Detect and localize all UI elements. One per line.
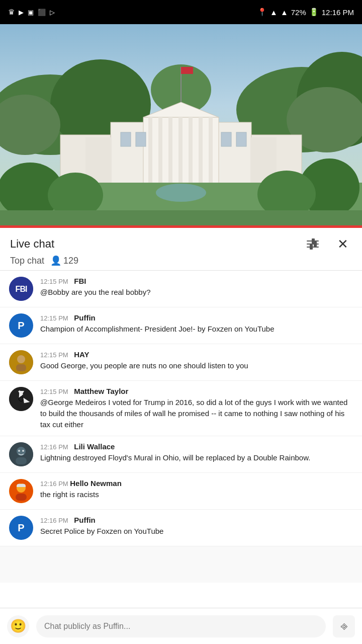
chat-username-lili: Lili Wallace <box>74 442 115 451</box>
sim-icon: ▣ <box>28 9 34 16</box>
chat-time-puffin-2: 12:16 PM <box>40 517 68 524</box>
chat-time-matthew: 12:15 PM <box>40 388 68 395</box>
chat-text-puffin-1: Champion of Accomplishment- President Jo… <box>40 324 353 335</box>
slider-line-2 <box>307 244 319 245</box>
status-left-icons: ♛ ▶ ▣ ⬛ ▷ <box>8 8 55 17</box>
svg-rect-25 <box>236 132 246 146</box>
signal-icon: ▲ <box>281 8 288 17</box>
svg-rect-13 <box>168 117 172 183</box>
chat-meta-truncated: 12:15 PM FBI <box>40 277 353 285</box>
svg-rect-22 <box>121 132 131 146</box>
chat-time-hay: 12:15 PM <box>40 351 68 359</box>
svg-point-48 <box>22 450 24 452</box>
chat-meta-hay: 12:15 PM HAY <box>40 350 353 359</box>
svg-rect-46 <box>16 457 27 464</box>
chat-content-puffin-1: 12:15 PM Puffin Champion of Accomplishme… <box>40 313 353 335</box>
chat-item-truncated: FBI 12:15 PM FBI @Bobby are you the real… <box>0 271 362 307</box>
wifi-icon: ▲ <box>270 8 278 17</box>
chat-username-matthew: Matthew Taylor <box>74 387 128 395</box>
chat-content-matthew: 12:15 PM Matthew Taylor @George Medeiros… <box>40 387 353 430</box>
chat-time-newman: 12:16 PM <box>40 480 68 488</box>
svg-rect-11 <box>148 117 152 183</box>
send-icon: ⎆ <box>341 620 347 633</box>
chat-spacer <box>0 546 362 583</box>
svg-rect-51 <box>16 494 27 501</box>
chat-item-hay: 12:15 PM HAY Good George, you people are… <box>0 344 362 381</box>
chat-time-lili: 12:16 PM <box>40 443 68 451</box>
live-chat-header: Live chat ✕ Top chat 👤 129 <box>0 228 362 271</box>
svg-rect-17 <box>209 117 213 183</box>
chat-list: FBI 12:15 PM FBI @Bobby are you the real… <box>0 271 362 583</box>
status-bar: ♛ ▶ ▣ ⬛ ▷ 📍 ▲ ▲ 72% 🔋 12:16 PM <box>0 0 362 24</box>
svg-rect-23 <box>136 132 146 146</box>
chat-content-hay: 12:15 PM HAY Good George, you people are… <box>40 350 353 371</box>
chat-item-newman: 12:16 PM Hello Newman the right is racis… <box>0 473 362 510</box>
chat-time-puffin-1: 12:15 PM <box>40 314 68 322</box>
chat-content-lili: 12:16 PM Lili Wallace Lightning destroye… <box>40 442 353 463</box>
chat-username-hay: HAY <box>74 350 89 359</box>
emoji-icon: 🙂 <box>10 618 26 634</box>
chat-text-matthew: @George Medeiros I voted for Trump in 20… <box>40 397 353 430</box>
chat-content-puffin-2: 12:16 PM Puffin Secret Police by Foxzen … <box>40 516 353 537</box>
viewer-count-group: 👤 129 <box>50 255 78 266</box>
chat-meta-puffin-1: 12:15 PM Puffin <box>40 313 353 322</box>
video-thumbnail <box>0 24 362 228</box>
svg-point-47 <box>18 450 20 452</box>
svg-rect-15 <box>189 117 193 183</box>
svg-rect-14 <box>178 117 183 183</box>
chat-text-newman: the right is racists <box>40 489 353 500</box>
play-icon: ▷ <box>50 9 55 16</box>
chat-input-bar: 🙂 ⎆ <box>0 608 362 644</box>
filter-button[interactable] <box>304 235 322 253</box>
header-icon-group: ✕ <box>304 235 352 253</box>
image-icon: ⬛ <box>38 9 46 16</box>
chat-text-puffin-2: Secret Police by Foxzen on YouTube <box>40 526 353 537</box>
top-chat-label: Top chat <box>10 256 44 266</box>
chat-text-lili: Lightning destroyed Floyd's Mural in Ohi… <box>40 452 353 463</box>
svg-rect-28 <box>181 67 193 69</box>
svg-point-30 <box>156 184 206 202</box>
chat-text-truncated: @Bobby are you the real bobby? <box>40 287 353 298</box>
send-button[interactable]: ⎆ <box>333 615 355 637</box>
chat-username-puffin-1: Puffin <box>74 313 96 322</box>
svg-text:FBI: FBI <box>16 285 27 293</box>
battery-label: 72% <box>291 8 306 17</box>
emoji-button[interactable]: 🙂 <box>7 615 29 637</box>
slider-line-3 <box>307 247 319 248</box>
avatar-puffin-2: P <box>9 516 33 540</box>
chat-content-newman: 12:16 PM Hello Newman the right is racis… <box>40 479 353 500</box>
chat-meta-newman: 12:16 PM Hello Newman <box>40 479 353 488</box>
avatar-puffin-1: P <box>9 313 33 338</box>
avatar-hay <box>9 350 33 374</box>
svg-rect-12 <box>158 117 162 183</box>
svg-point-43 <box>19 397 23 401</box>
chat-meta-puffin-2: 12:16 PM Puffin <box>40 516 353 524</box>
status-right-icons: 📍 ▲ ▲ 72% 🔋 12:16 PM <box>257 8 354 17</box>
video-player[interactable] <box>0 24 362 228</box>
close-button[interactable]: ✕ <box>334 235 352 253</box>
top-chat-row: Top chat 👤 129 <box>10 255 352 266</box>
video-progress-bar[interactable] <box>0 225 362 228</box>
chat-content-truncated: 12:15 PM FBI @Bobby are you the real bob… <box>40 277 353 298</box>
svg-rect-16 <box>199 117 203 183</box>
slider-line-1 <box>307 240 319 242</box>
crown-icon: ♛ <box>8 8 15 17</box>
live-chat-title: Live chat <box>10 237 54 251</box>
chat-item-lili: 12:16 PM Lili Wallace Lightning destroye… <box>0 436 362 473</box>
location-icon: 📍 <box>257 8 267 17</box>
svg-rect-40 <box>16 364 26 371</box>
viewer-count-number: 129 <box>63 256 78 266</box>
svg-rect-24 <box>221 132 231 146</box>
chat-item-puffin-1: P 12:15 PM Puffin Champion of Accomplish… <box>0 307 362 344</box>
avatar-lili <box>9 442 33 466</box>
chat-input[interactable] <box>36 615 326 637</box>
chat-username-puffin-2: Puffin <box>74 516 96 524</box>
chat-meta-matthew: 12:15 PM Matthew Taylor <box>40 387 353 395</box>
avatar-fbi: FBI <box>9 277 33 301</box>
avatar-newman <box>9 479 33 503</box>
battery-icon: 🔋 <box>309 8 319 17</box>
youtube-icon: ▶ <box>19 9 24 16</box>
chat-username-newman: Hello Newman <box>70 479 122 488</box>
svg-point-39 <box>17 355 25 363</box>
chat-username-truncated: FBI <box>74 277 86 285</box>
